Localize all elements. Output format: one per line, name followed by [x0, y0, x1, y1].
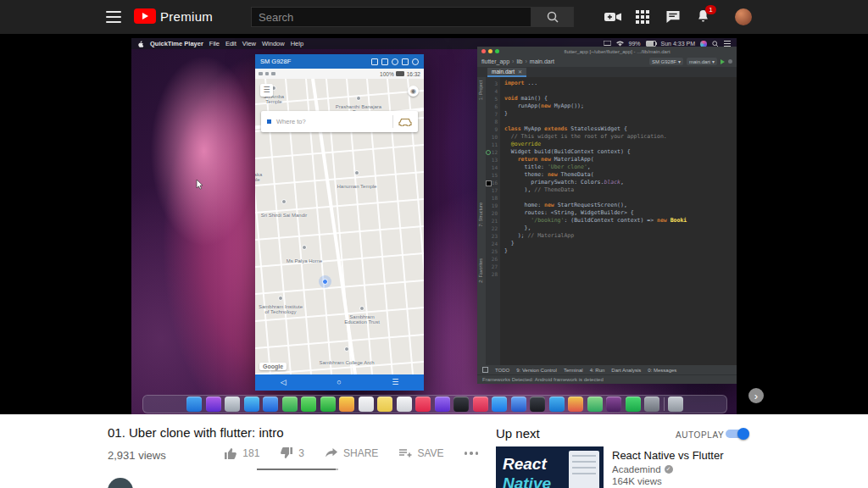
save-button[interactable]: SAVE [398, 447, 443, 459]
dock-appstore-icon [492, 396, 507, 412]
thumbnail-text-react: React [503, 455, 547, 474]
tool-window-buttons: TODO9: Version ControlTerminal4: RunDart… [495, 368, 676, 373]
like-ratio-bar [257, 469, 338, 470]
dislike-button[interactable]: 3 [280, 446, 304, 460]
phone-window-title: SM G928F [260, 58, 291, 65]
map-poi: Sambhram College Arch [317, 347, 376, 368]
account-avatar[interactable] [735, 8, 752, 25]
gutter-line: 21 [486, 217, 498, 225]
gutter-line: 23 [486, 232, 498, 240]
apps-grid-icon[interactable] [636, 10, 649, 24]
status-event-text: Frameworks Detected: Android framework i… [482, 377, 604, 382]
search-input[interactable] [251, 7, 531, 27]
dock-tv-icon [453, 396, 469, 412]
dock-system-preferences-icon [644, 396, 659, 412]
suggested-video-channel[interactable]: Academind ✓ [612, 464, 673, 474]
more-actions-button[interactable] [465, 452, 479, 455]
video-player[interactable]: QuickTime Player FileEditViewWindowHelp … [0, 34, 868, 414]
gutter-line: 17 [486, 186, 498, 194]
poi-pin-icon [344, 347, 349, 352]
map-poi: Hanuman Temple [333, 170, 381, 191]
display-icon [604, 41, 611, 47]
poi-label: Sambhram Institute of Technology [258, 304, 303, 315]
dock-xcode-icon [511, 396, 526, 412]
create-video-icon[interactable] [604, 10, 622, 24]
gutter-line: 18 [486, 194, 498, 202]
minimize-window-icon [488, 49, 492, 53]
notification-count-badge: 1 [705, 5, 716, 14]
mirror-controls [371, 58, 419, 65]
guide-menu-icon[interactable] [106, 11, 121, 23]
code-line: @override [504, 141, 737, 148]
menubar-menu-help: Help [291, 40, 303, 47]
phone-battery-icon [396, 71, 404, 76]
dock-calendar-icon [359, 396, 374, 412]
ide-window: flutter_app [~/uber/flutter_app] - .../l… [477, 47, 737, 384]
messages-icon[interactable] [665, 10, 681, 24]
autoplay-label: AUTOPLAY [676, 430, 724, 440]
dock-vscode-icon [549, 396, 565, 412]
poi-label: Hanuman Temple [333, 184, 381, 190]
search-bar [251, 7, 574, 27]
phone-clock: 16:32 [407, 71, 420, 77]
save-playlist-icon [398, 448, 412, 459]
like-button[interactable]: 181 [224, 446, 259, 460]
code-line: Widget build(BuildContext context) { [504, 148, 737, 156]
dock-android-studio-icon [587, 396, 603, 412]
below-video-section: 01. Uber clone with flutter: intro 2,931… [0, 414, 868, 488]
dock-spotify-icon [626, 396, 641, 412]
zoom-window-icon [495, 49, 499, 53]
editor-code: import ... void main() { runApp(new MyAp… [500, 77, 737, 365]
suggested-video-thumbnail[interactable]: React Native [496, 446, 604, 488]
gutter-line: 27 [486, 263, 498, 270]
map-view: Sri Amba TemplePrashanthi Banajara FarmV… [255, 79, 424, 374]
tab-main-dart: main.dart ✕ [487, 68, 526, 77]
back-icon: ◁ [281, 379, 287, 386]
code-line: primarySwatch: Colors.black, [504, 179, 737, 186]
thumbs-up-icon [224, 446, 237, 460]
gutter-line: 5 [486, 95, 498, 103]
phone-window-titlebar: SM G928F [255, 54, 424, 69]
ide-titlebar: flutter_app [~/uber/flutter_app] - .../l… [477, 47, 737, 56]
next-arrow-button[interactable]: › [748, 388, 764, 403]
ide-tool-todo: TODO [495, 368, 509, 373]
gutter-line: 20 [486, 209, 498, 217]
share-button[interactable]: SHARE [325, 447, 378, 460]
home-icon: ○ [337, 379, 341, 386]
code-line: home: new StartRequestScreen(), [504, 202, 737, 209]
gutter-line: 9 [486, 125, 498, 133]
suggested-video-title[interactable]: React Native vs Flutter [612, 449, 760, 462]
ide-tool-0-messages: 0: Messages [648, 368, 676, 373]
dock-chrome-icon [568, 396, 583, 412]
pickup-dot-icon [267, 119, 271, 124]
gutter-line: 28 [486, 270, 498, 278]
autoplay-toggle[interactable] [726, 429, 749, 439]
breadcrumb-file: main.dart [530, 58, 554, 64]
suggested-video-views: 164K views [612, 476, 662, 486]
apple-logo-icon [137, 40, 144, 47]
youtube-watch-page: Premium 1 QuickTime Player FileEditViewW… [0, 0, 868, 488]
youtube-premium-logo[interactable]: Premium [134, 8, 213, 24]
car-icon [398, 117, 412, 126]
poi-label: Sri Shirdi Sai Mandir [257, 213, 311, 219]
code-line: ); // MaterialApp [504, 232, 737, 240]
search-button[interactable] [531, 7, 574, 27]
google-maps-logo: Google [259, 363, 287, 370]
channel-avatar[interactable] [108, 478, 133, 488]
ide-tool-4-run: 4: Run [590, 368, 605, 373]
gutter-line: 24 [486, 240, 498, 247]
gutter-line: 8 [486, 118, 498, 125]
code-line: // This widget is the root of your appli… [504, 133, 737, 141]
up-next-heading: Up next [496, 426, 540, 441]
verified-badge-icon: ✓ [665, 465, 673, 474]
notification-center-icon [724, 41, 731, 47]
poi-pin-icon [359, 306, 364, 311]
where-to-placeholder: Where to? [276, 118, 387, 125]
code-line: void main() { [504, 95, 737, 103]
my-location-button: ◉ [408, 86, 419, 97]
code-line [504, 263, 737, 270]
device-selector: SM G928F▾ [649, 58, 683, 65]
editor-gutter: 3456789101112131415161718192021222324252… [486, 77, 500, 365]
ide-side-1-project: 1: Project [478, 80, 483, 100]
map-poi: Vinayaka Temple [255, 164, 269, 185]
